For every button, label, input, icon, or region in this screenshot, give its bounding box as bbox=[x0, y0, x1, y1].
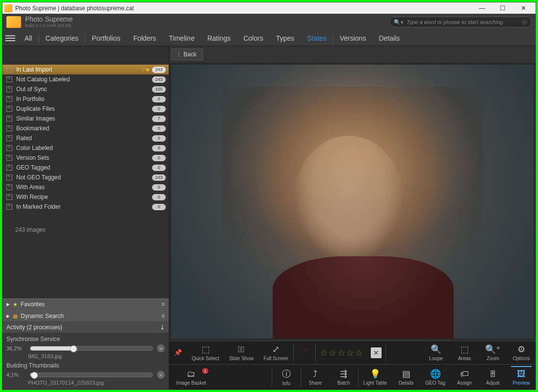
close-button[interactable]: ✕ bbox=[513, 2, 534, 14]
quick-select-button[interactable]: ⬚Quick Select bbox=[187, 342, 224, 364]
tab-types[interactable]: Types bbox=[270, 30, 301, 46]
checkbox-icon[interactable] bbox=[6, 135, 12, 141]
tab-categories[interactable]: Categories bbox=[39, 30, 85, 46]
state-row[interactable]: In Last Import▽★243 bbox=[2, 65, 169, 74]
checkbox-icon[interactable] bbox=[6, 155, 12, 161]
activity-2-name: Building Thumbnails bbox=[6, 362, 165, 369]
state-row[interactable]: Version Sets0 bbox=[2, 153, 169, 163]
star-4[interactable]: ☆ bbox=[346, 347, 354, 358]
tab-versions[interactable]: Versions bbox=[333, 30, 373, 46]
state-row[interactable]: Out of Sync155 bbox=[2, 84, 169, 94]
maximize-button[interactable]: ☐ bbox=[492, 2, 513, 14]
menu-icon[interactable]: ≡ bbox=[161, 301, 165, 308]
tab-all[interactable]: All bbox=[18, 30, 39, 46]
favorite-heart-icon[interactable]: ♡ bbox=[294, 346, 315, 359]
reject-button[interactable]: ✕ bbox=[371, 347, 382, 358]
tab-states[interactable]: States bbox=[301, 30, 333, 46]
checkbox-icon[interactable] bbox=[6, 106, 12, 112]
areas-button[interactable]: ⬚Areas bbox=[450, 342, 479, 364]
share-button[interactable]: ⤴Share bbox=[301, 366, 330, 389]
pointer-icon: ⬚ bbox=[202, 344, 210, 355]
checkbox-icon[interactable] bbox=[6, 165, 12, 171]
favorites-panel[interactable]: ▶ ★ Favorites ≡ bbox=[2, 298, 169, 310]
chevron-left-icon: 〈 bbox=[175, 50, 180, 59]
star-3[interactable]: ☆ bbox=[337, 347, 345, 358]
state-row[interactable]: Duplicate Files0 bbox=[2, 104, 169, 114]
checkbox-icon[interactable] bbox=[6, 86, 12, 92]
state-row[interactable]: Similar Images7 bbox=[2, 114, 169, 123]
state-row[interactable]: Not Catalog Labeled243 bbox=[2, 74, 169, 84]
star-1[interactable]: ☆ bbox=[320, 347, 328, 358]
count-badge: 0 bbox=[152, 96, 166, 102]
back-button[interactable]: 〈 Back bbox=[171, 49, 203, 60]
activity-2-cancel[interactable]: ✕ bbox=[157, 371, 165, 379]
expand-icon: ▶ bbox=[6, 314, 10, 318]
activity-1-cancel[interactable]: ✕ bbox=[157, 344, 165, 352]
checkbox-icon[interactable] bbox=[6, 145, 12, 151]
state-row[interactable]: With Areas0 bbox=[2, 182, 169, 192]
tab-timeline[interactable]: Timeline bbox=[162, 30, 201, 46]
activity-1-progress bbox=[30, 346, 153, 351]
app-name: Photo Supreme bbox=[25, 16, 73, 23]
star-5[interactable]: ☆ bbox=[355, 347, 363, 358]
state-label: Duplicate Files bbox=[16, 105, 152, 112]
adjust-button[interactable]: 🎚Adjust bbox=[479, 366, 507, 389]
checkbox-icon[interactable] bbox=[6, 184, 12, 190]
state-row[interactable]: With Recipe0 bbox=[2, 192, 169, 202]
count-badge: 243 bbox=[152, 174, 166, 181]
hamburger-menu[interactable] bbox=[5, 35, 15, 41]
menu-icon[interactable]: ≡ bbox=[161, 313, 165, 319]
state-row[interactable]: In Marked Folder0 bbox=[2, 202, 169, 212]
info-button[interactable]: ⓘInfo bbox=[272, 366, 301, 389]
tab-colors[interactable]: Colors bbox=[237, 30, 269, 46]
checkbox-icon[interactable] bbox=[6, 67, 12, 73]
loupe-button[interactable]: 🔍Loupe bbox=[422, 342, 450, 364]
dynamic-search-panel[interactable]: ▶ ▦ Dynamic Search ≡ bbox=[2, 310, 169, 322]
slide-show-button[interactable]: ▸⃞Slide Show bbox=[224, 342, 258, 364]
clear-search-icon[interactable]: ⓧ bbox=[522, 19, 527, 26]
checkbox-icon[interactable] bbox=[6, 96, 12, 102]
star-2[interactable]: ☆ bbox=[329, 347, 336, 358]
preview-button[interactable]: 🖼Preview bbox=[507, 366, 536, 389]
state-label: In Last Import bbox=[16, 66, 140, 73]
activity-panel-header[interactable]: Activity (2 processes) ⤓ bbox=[2, 322, 169, 333]
checkbox-icon[interactable] bbox=[6, 76, 12, 82]
state-row[interactable]: Bookmarked0 bbox=[2, 123, 169, 133]
search-folder-icon: ▦ bbox=[13, 313, 18, 319]
count-badge: 243 bbox=[152, 76, 166, 83]
search-placeholder: Type a word or phrase to start searching bbox=[407, 19, 503, 25]
options-button[interactable]: ⚙Options bbox=[507, 342, 536, 364]
tab-ratings[interactable]: Ratings bbox=[201, 30, 237, 46]
state-row[interactable]: Rated0 bbox=[2, 133, 169, 143]
state-row[interactable]: GEO Tagged0 bbox=[2, 163, 169, 172]
tab-portfolios[interactable]: Portfolios bbox=[85, 30, 127, 46]
details-button[interactable]: ▤Details bbox=[392, 366, 420, 389]
state-label: Rated bbox=[16, 135, 152, 142]
image-viewer[interactable] bbox=[171, 65, 534, 339]
activity-2-progress bbox=[30, 372, 153, 377]
pin-icon[interactable]: 📌 bbox=[169, 349, 187, 356]
tab-folders[interactable]: Folders bbox=[127, 30, 163, 46]
tab-details[interactable]: Details bbox=[372, 30, 406, 46]
search-input[interactable]: 🔍▾ Type a word or phrase to start search… bbox=[389, 17, 532, 27]
assign-button[interactable]: 🏷Assign bbox=[450, 366, 479, 389]
checkbox-icon[interactable] bbox=[6, 204, 12, 210]
full-screen-button[interactable]: ⤢Full Screen bbox=[258, 342, 293, 364]
checkbox-icon[interactable] bbox=[6, 116, 12, 122]
checkbox-icon[interactable] bbox=[6, 194, 12, 200]
state-row[interactable]: Not GEO Tagged243 bbox=[2, 172, 169, 182]
zoom-button[interactable]: 🔍⁺Zoom bbox=[479, 342, 507, 364]
rating-stars[interactable]: ☆☆☆☆☆ bbox=[316, 347, 367, 358]
collapse-icon[interactable]: ⤓ bbox=[160, 324, 165, 331]
minimize-button[interactable]: — bbox=[472, 2, 492, 14]
image-basket-button[interactable]: 🗂Image Basket1 bbox=[169, 366, 213, 389]
dynamic-search-label: Dynamic Search bbox=[21, 313, 64, 319]
share-icon: ⤴ bbox=[313, 369, 317, 379]
light-table-button[interactable]: 💡Light Table bbox=[359, 366, 392, 389]
geo-tag-button[interactable]: 🌐GEO Tag bbox=[420, 366, 450, 389]
state-row[interactable]: In Portfolio0 bbox=[2, 94, 169, 104]
checkbox-icon[interactable] bbox=[6, 174, 12, 180]
state-row[interactable]: Color Labeled0 bbox=[2, 143, 169, 153]
checkbox-icon[interactable] bbox=[6, 125, 12, 131]
batch-button[interactable]: ⇶Batch bbox=[330, 366, 358, 389]
